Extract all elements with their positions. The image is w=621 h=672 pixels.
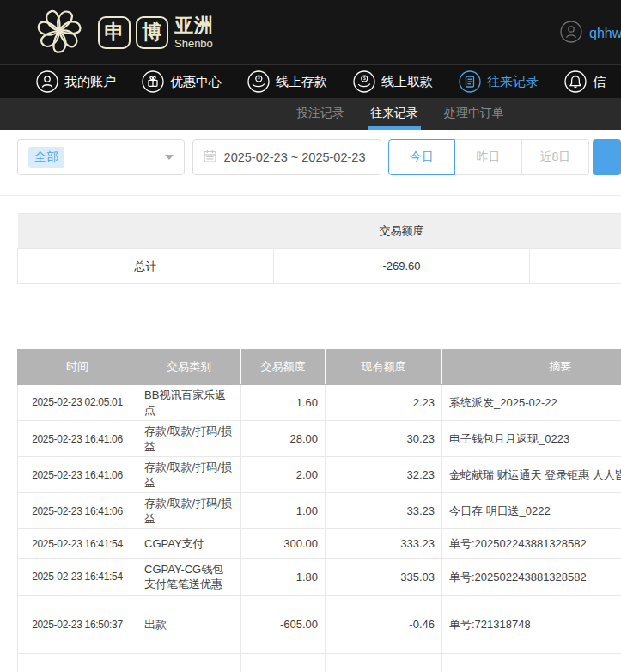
cell-time: 2025-02-23 16:41:54 — [18, 559, 137, 596]
flower-logo-icon — [31, 3, 88, 63]
cell-amount: 300.00 — [241, 529, 326, 559]
nav-label: 线上取款 — [381, 74, 433, 90]
table-row: 2025-02-23 16:41:54 CGPAY支付 300.00 333.2… — [18, 529, 621, 559]
date-range-value: 2025-02-23 ~ 2025-02-23 — [224, 150, 366, 164]
cell-type: 存款/取款/打码/损益 — [137, 457, 241, 493]
search-button-partial[interactable] — [593, 139, 621, 175]
date-range-input[interactable]: 2025-02-23 ~ 2025-02-23 — [192, 139, 381, 175]
cell-balance: 333.23 — [326, 529, 442, 559]
selected-type-token: 全部 — [28, 147, 64, 168]
nav-item-my-account[interactable]: 我的账户 — [36, 70, 116, 93]
cell-summary: 单号:721318748 — [442, 654, 621, 672]
cell-balance: -0.46 — [326, 596, 442, 654]
main-nav: 我的账户 优惠中心 ¥ 线上存款 $ 线上取款 往来记录 — [0, 64, 621, 98]
nav-item-transaction-records[interactable]: 往来记录 — [459, 70, 539, 93]
cell-time: 2025-02-23 16:41:06 — [18, 493, 137, 529]
table-row: 2025-02-23 16:50:37 CGPAY出款优惠 1.00 0.53 … — [18, 654, 621, 672]
today-button[interactable]: 今日 — [388, 139, 455, 175]
cell-type: CGPAY-CG钱包支付笔笔送优惠 — [137, 559, 241, 596]
cell-time: 2025-02-23 16:41:06 — [18, 421, 137, 457]
cell-type: 出款 — [137, 596, 241, 654]
yesterday-button[interactable]: 昨日 — [455, 139, 522, 175]
cell-type: 存款/取款/打码/损益 — [137, 493, 241, 529]
tab-transaction-records[interactable]: 往来记录 — [370, 98, 418, 130]
nav-label: 我的账户 — [64, 74, 116, 90]
last-8-days-button[interactable]: 近8日 — [522, 139, 589, 175]
cell-type: 存款/取款/打码/损益 — [137, 421, 241, 457]
col-header-amount: 交易额度 — [241, 350, 326, 385]
summary-total-value: -269.60 — [274, 249, 530, 284]
gift-icon — [142, 70, 164, 93]
deposit-coin-icon: ¥ — [247, 70, 270, 93]
filter-section: 全部 2025-02-23 ~ 2025-02-23 今日 昨日 近8日 — [0, 130, 621, 196]
nav-item-promotions[interactable]: 优惠中心 — [142, 70, 222, 93]
summary-total-label: 总计 — [18, 249, 274, 284]
logo-region-label: 亚洲 — [174, 16, 214, 35]
table-header-row: 时间 交易类别 交易额度 现有额度 摘要 — [18, 350, 621, 385]
cell-balance: 2.23 — [326, 385, 442, 421]
col-header-summary: 摘要 — [442, 350, 621, 385]
cell-amount: 1.00 — [241, 493, 326, 529]
cell-amount: 28.00 — [241, 421, 326, 457]
cell-summary: 单号:202502243881328582 — [442, 529, 621, 559]
nav-label: 线上存款 — [276, 74, 327, 90]
nav-label: 往来记录 — [487, 74, 539, 90]
nav-item-online-withdraw[interactable]: $ 线上取款 — [353, 70, 433, 93]
tab-processing-orders[interactable]: 处理中订单 — [444, 98, 504, 130]
nav-item-online-deposit[interactable]: ¥ 线上存款 — [247, 70, 327, 93]
logo-latin-label: Shenbo — [174, 38, 214, 49]
col-header-time: 时间 — [18, 350, 137, 385]
user-avatar-icon[interactable] — [560, 21, 582, 46]
svg-text:$: $ — [363, 76, 366, 81]
summary-header-amount: 交易额度 — [274, 214, 530, 249]
summary-table: 交易额度 总计 -269.60 — [17, 213, 621, 284]
cell-summary: 单号:202502243881328582 — [442, 559, 621, 596]
svg-text:¥: ¥ — [258, 76, 260, 81]
table-row: 2025-02-23 16:41:54 CGPAY-CG钱包支付笔笔送优惠 1.… — [18, 559, 621, 596]
cell-time: 2025-02-23 16:50:37 — [18, 654, 137, 672]
bell-icon — [564, 70, 587, 93]
cell-summary: 今日存 明日送_0222 — [442, 493, 621, 529]
user-area: qhhw — [560, 21, 621, 46]
cell-balance: 335.03 — [326, 559, 442, 596]
cell-balance: 0.53 — [326, 654, 442, 672]
cell-amount: 1.00 — [241, 654, 326, 672]
withdraw-coin-icon: $ — [353, 70, 375, 93]
summary-header-row: 交易额度 — [18, 214, 621, 249]
username-label[interactable]: qhhw — [589, 26, 621, 41]
logo-char-bo: 博 — [136, 16, 168, 49]
table-row: 2025-02-23 16:50:37 出款 -605.00 -0.46 单号:… — [18, 596, 621, 654]
summary-header-empty — [18, 214, 274, 249]
table-row: 2025-02-23 02:05:01 BB视讯百家乐返点 1.60 2.23 … — [18, 385, 621, 421]
cell-type: BB视讯百家乐返点 — [137, 385, 241, 421]
cell-time: 2025-02-23 16:41:54 — [18, 529, 137, 559]
logo-char-shen: 申 — [98, 16, 131, 49]
cell-time: 2025-02-23 16:41:06 — [18, 457, 137, 493]
brand-logo[interactable]: 申 博 亚洲 Shenbo — [31, 3, 214, 63]
nav-label: 优惠中心 — [170, 74, 222, 90]
summary-header-empty — [530, 214, 621, 249]
transaction-type-select[interactable]: 全部 — [17, 139, 185, 175]
nav-label: 信 — [593, 74, 606, 90]
table-row: 2025-02-23 16:41:06 存款/取款/打码/损益 2.00 32.… — [18, 457, 621, 493]
cell-summary: 单号:721318748 — [442, 596, 621, 654]
cell-balance: 33.23 — [326, 493, 442, 529]
account-icon — [36, 70, 58, 93]
cell-amount: 1.80 — [241, 559, 326, 596]
cell-balance: 32.23 — [326, 457, 442, 493]
site-header: 申 博 亚洲 Shenbo qhhw — [0, 0, 621, 64]
cell-amount: 2.00 — [241, 457, 326, 493]
tab-betting-records[interactable]: 投注记录 — [296, 98, 344, 130]
col-header-type: 交易类别 — [137, 350, 241, 385]
summary-total-extra — [530, 249, 621, 284]
nav-item-messages[interactable]: 信 — [564, 70, 606, 93]
cell-balance: 30.23 — [326, 421, 442, 457]
cell-amount: 1.60 — [241, 385, 326, 421]
quick-date-button-group: 今日 昨日 近8日 — [388, 139, 589, 175]
summary-total-row: 总计 -269.60 — [18, 249, 621, 284]
records-tab-bar: 投注记录 往来记录 处理中订单 — [0, 98, 621, 130]
cell-summary: 金蛇献瑞 财运通天 登录钜惠 人人皆 — [442, 457, 621, 493]
cell-amount: -605.00 — [241, 596, 326, 654]
cell-type: CGPAY支付 — [137, 529, 241, 559]
cell-summary: 电子钱包月月返现_0223 — [442, 421, 621, 457]
